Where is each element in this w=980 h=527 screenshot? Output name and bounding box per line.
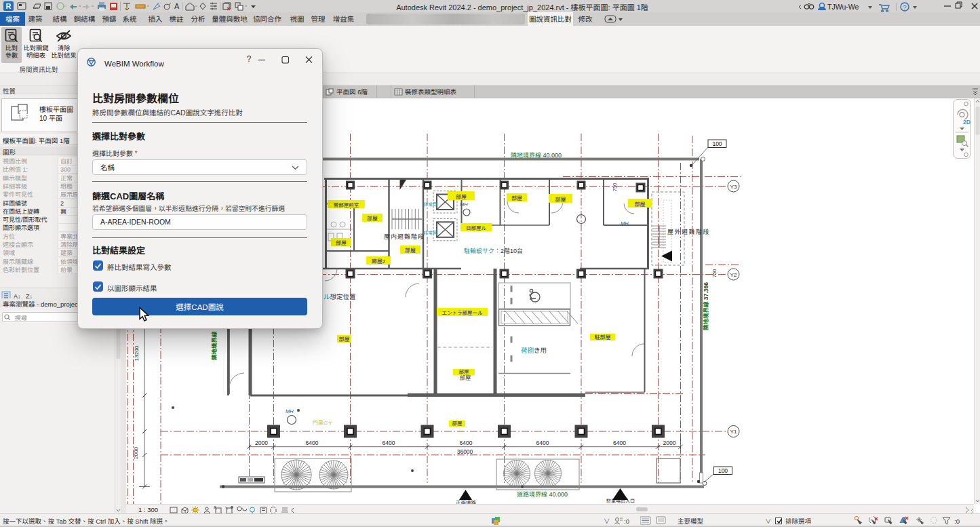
svg-text:2D: 2D: [963, 119, 971, 125]
svg-text:荷捌き用: 荷捌き用: [521, 345, 547, 355]
svg-text:部屋: 部屋: [367, 214, 378, 222]
svg-text:隣地境界線: 隣地境界線: [210, 331, 218, 360]
svg-text:屋内避難階段: 屋内避難階段: [384, 232, 425, 241]
svg-text:Y1: Y1: [730, 429, 737, 435]
svg-text:6400: 6400: [460, 440, 473, 446]
svg-text:R: R: [6, 2, 12, 10]
svg-text:TJWu-We: TJWu-We: [827, 3, 859, 11]
svg-text:非常用: 非常用: [423, 201, 437, 208]
svg-text:750: 750: [711, 269, 718, 278]
svg-text:部屋: 部屋: [405, 246, 416, 254]
svg-text:2000: 2000: [133, 447, 139, 459]
svg-text:13200: 13200: [134, 345, 140, 361]
svg-text:6400: 6400: [306, 440, 319, 446]
svg-text:隣地境界線 40.000: 隣地境界線 40.000: [511, 151, 562, 159]
svg-text:750: 750: [612, 183, 618, 192]
svg-text:100: 100: [718, 467, 728, 474]
svg-text:隣地境界線 37.366: 隣地境界線 37.366: [701, 282, 709, 330]
svg-text:MH: MH: [621, 219, 629, 227]
svg-text:2000: 2000: [663, 440, 676, 446]
svg-text:管部屋前室: 管部屋前室: [334, 201, 359, 208]
svg-text:6400: 6400: [383, 440, 395, 446]
svg-text:6400: 6400: [613, 440, 626, 446]
svg-text:100: 100: [712, 140, 722, 147]
svg-text:?: ?: [903, 4, 906, 11]
svg-text:部屋: 部屋: [336, 239, 347, 246]
svg-text:屋外避難階段: 屋外避難階段: [667, 227, 710, 236]
svg-text:MH: MH: [286, 407, 294, 414]
svg-text:駐部屋: 駐部屋: [595, 333, 611, 340]
svg-text:MH: MH: [460, 200, 468, 208]
svg-text:部屋: 部屋: [511, 194, 522, 201]
svg-text:部屋: 部屋: [555, 195, 566, 203]
svg-text:駐輪設サク：2階10台: 駐輪設サク：2階10台: [464, 246, 523, 255]
svg-text:36000: 36000: [457, 448, 473, 455]
svg-text:部屋: 部屋: [452, 419, 463, 427]
svg-text:非常用: 非常用: [423, 229, 437, 236]
svg-text:部屋: 部屋: [635, 200, 646, 208]
svg-text:部屋: 部屋: [339, 335, 350, 343]
svg-text:エントラ部屋ール: エントラ部屋ール: [442, 309, 483, 316]
svg-text:日部屋ル: 日部屋ル: [466, 224, 486, 231]
svg-text:A: A: [174, 2, 180, 10]
svg-text:部屋: 部屋: [456, 193, 467, 200]
svg-text:部屋: 部屋: [459, 373, 471, 381]
svg-text:廊屋2: 廊屋2: [372, 257, 386, 265]
svg-text:Y2: Y2: [730, 272, 737, 278]
svg-text:6400: 6400: [536, 440, 549, 446]
svg-text:Y3: Y3: [730, 184, 737, 190]
svg-text:2000: 2000: [255, 440, 268, 446]
svg-text:門扉Gヶ: 門扉Gヶ: [313, 418, 333, 426]
svg-text:ル想定位置: ル想定位置: [324, 292, 356, 301]
svg-text:道路境界線 40.000: 道路境界線 40.000: [517, 490, 568, 499]
